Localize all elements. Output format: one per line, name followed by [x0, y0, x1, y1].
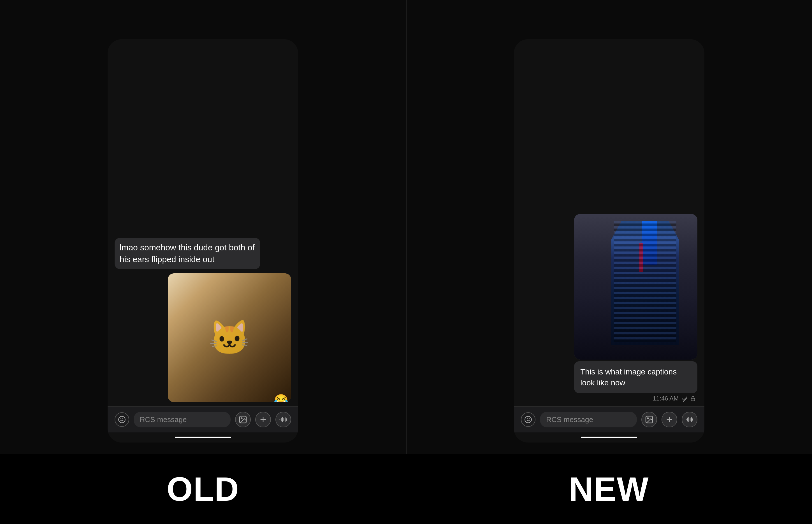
new-input-bar: RCS message: [514, 406, 704, 432]
new-plus-icon: [665, 415, 674, 424]
audio-wave-icon: [279, 415, 288, 424]
new-emoji-button[interactable]: [521, 412, 535, 427]
image-attach-icon: [239, 415, 247, 424]
new-image-attach-button[interactable]: [642, 412, 657, 427]
old-home-bar: [175, 437, 231, 438]
old-image-attach-button[interactable]: [235, 412, 251, 427]
svg-rect-24: [690, 418, 691, 421]
svg-rect-26: [692, 419, 693, 421]
old-plus-button[interactable]: [255, 412, 271, 427]
new-panel: This is what image captions look like no…: [407, 0, 812, 454]
new-caption-bubble: This is what image captions look like no…: [574, 361, 697, 393]
old-phone-screen: lmao somehow this dude got both of his e…: [108, 39, 298, 442]
delivered-icon: [681, 395, 688, 402]
new-caption-text: This is what image captions look like no…: [580, 367, 677, 387]
svg-rect-9: [282, 417, 283, 422]
new-phone-screen: This is what image captions look like no…: [514, 39, 704, 442]
new-timestamp: 11:46 AM: [653, 395, 679, 402]
svg-rect-12: [286, 419, 287, 421]
svg-point-4: [241, 417, 242, 419]
labels-row: OLD NEW: [0, 454, 812, 524]
svg-rect-23: [688, 417, 689, 422]
new-plus-button[interactable]: [662, 412, 677, 427]
new-home-indicator: [514, 432, 704, 442]
new-message-meta: 11:46 AM: [653, 395, 697, 402]
cat-image-visual: [168, 273, 291, 402]
old-emoji-button[interactable]: [115, 412, 129, 427]
old-home-indicator: [108, 432, 298, 442]
new-audio-wave-icon: [685, 415, 694, 424]
svg-point-18: [648, 417, 649, 419]
old-text-bubble: lmao somehow this dude got both of his e…: [115, 238, 260, 269]
new-building-image: [574, 214, 697, 360]
svg-rect-25: [691, 417, 692, 422]
new-label-panel: NEW: [406, 454, 812, 524]
new-messages-area: This is what image captions look like no…: [514, 39, 704, 406]
new-image-attach-icon: [645, 415, 654, 424]
main-container: lmao somehow this dude got both of his e…: [0, 0, 812, 454]
smiley-icon: [118, 415, 126, 424]
old-cat-image: 😂: [168, 273, 291, 402]
old-input-bar: RCS message: [108, 406, 298, 432]
building-red-accent: [639, 243, 643, 272]
svg-rect-11: [285, 417, 286, 422]
new-input-placeholder: RCS message: [546, 415, 593, 424]
building-blue-accent: [642, 221, 657, 265]
old-message-input[interactable]: RCS message: [134, 412, 231, 427]
svg-point-0: [118, 416, 125, 423]
lock-icon: [690, 395, 696, 402]
svg-rect-8: [281, 417, 281, 421]
plus-icon: [259, 415, 267, 424]
svg-rect-21: [686, 419, 687, 420]
svg-rect-7: [279, 419, 280, 420]
old-label-panel: OLD: [0, 454, 406, 524]
old-messages-area: lmao somehow this dude got both of his e…: [108, 39, 298, 406]
old-image-wrapper: 😂: [168, 273, 291, 402]
old-panel: lmao somehow this dude got both of his e…: [0, 0, 407, 454]
new-smiley-icon: [524, 415, 532, 424]
old-audio-button[interactable]: [275, 412, 291, 427]
old-label: OLD: [167, 470, 239, 508]
new-home-bar: [581, 437, 637, 438]
new-label: NEW: [569, 470, 649, 508]
svg-rect-10: [283, 418, 284, 421]
old-emoji-reaction: 😂: [274, 393, 288, 402]
new-audio-button[interactable]: [682, 412, 697, 427]
old-input-placeholder: RCS message: [140, 415, 187, 424]
building-image-visual: [574, 214, 697, 360]
new-message-input[interactable]: RCS message: [540, 412, 637, 427]
svg-rect-22: [687, 417, 688, 421]
svg-point-14: [525, 416, 532, 423]
svg-rect-13: [691, 398, 695, 401]
new-image-wrapper: This is what image captions look like no…: [574, 214, 697, 402]
new-meta-icons: [681, 395, 696, 402]
old-message-text: lmao somehow this dude got both of his e…: [120, 243, 255, 264]
